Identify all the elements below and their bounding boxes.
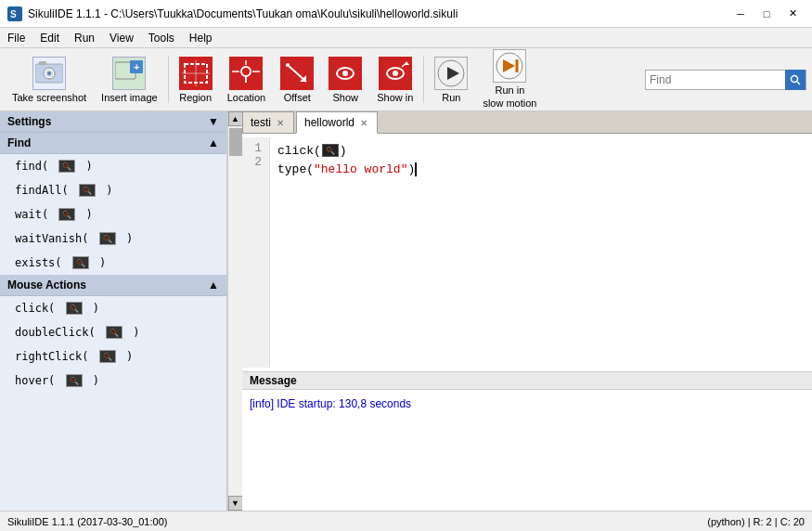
find-icon-5 xyxy=(72,256,89,269)
run-slow-icon xyxy=(493,49,526,83)
line-numbers: 1 2 xyxy=(242,137,270,368)
sidebar-item-wait[interactable]: wait( ) xyxy=(0,202,226,227)
screenshot-label: Take screenshot xyxy=(12,92,86,103)
code-line-2: type("hello world") xyxy=(277,160,805,178)
find-label: Find xyxy=(7,136,31,149)
tab-testi[interactable]: testi ✕ xyxy=(242,111,294,133)
menu-tools[interactable]: Tools xyxy=(141,30,182,46)
svg-point-6 xyxy=(47,71,51,75)
settings-section-header[interactable]: Settings ▼ xyxy=(0,111,226,133)
close-button[interactable]: ✕ xyxy=(780,5,805,23)
show-label: Show xyxy=(332,92,358,103)
message-content: [info] IDE startup: 130,8 seconds xyxy=(242,390,812,511)
status-version: SikuliIDE 1.1.1 (2017-03-30_01:00) xyxy=(7,516,167,527)
menu-bar: File Edit Run View Tools Help xyxy=(0,28,812,48)
svg-rect-3 xyxy=(39,61,46,65)
run-label: Run xyxy=(442,92,460,103)
sidebar-item-doubleclick[interactable]: doubleClick( ) xyxy=(0,320,226,344)
click-image-icon xyxy=(322,144,339,157)
menu-run[interactable]: Run xyxy=(67,30,102,46)
toolbar-sep-1 xyxy=(168,57,169,103)
status-info: (python) | R: 2 | C: 20 xyxy=(707,516,805,527)
sidebar-item-hover[interactable]: hover( ) xyxy=(0,369,226,393)
search-button[interactable] xyxy=(785,70,806,90)
svg-text:+: + xyxy=(134,61,139,72)
menu-file[interactable]: File xyxy=(0,30,32,46)
screenshot-icon xyxy=(32,57,66,90)
find-icon-1 xyxy=(58,160,75,173)
find-icon-4 xyxy=(99,232,116,245)
tab-helloworld-close[interactable]: ✕ xyxy=(358,117,369,128)
right-panel: testi ✕ helloworld ✕ 1 2 click() type("h… xyxy=(242,111,812,511)
svg-marker-33 xyxy=(447,67,459,80)
settings-label: Settings xyxy=(7,115,51,128)
sidebar-item-exists[interactable]: exists( ) xyxy=(0,251,226,275)
find-collapse-icon: ▲ xyxy=(208,136,219,149)
scroll-up[interactable]: ▲ xyxy=(228,111,243,126)
show-in-icon xyxy=(379,57,412,90)
menu-view[interactable]: View xyxy=(102,30,141,46)
offset-icon xyxy=(280,57,314,90)
sidebar-item-waitvanish[interactable]: waitVanish( ) xyxy=(0,227,226,251)
show-button[interactable]: Show xyxy=(322,53,368,107)
sidebar-item-click[interactable]: click( ) xyxy=(0,296,226,320)
mouse-section-header[interactable]: Mouse Actions ▲ xyxy=(0,275,226,296)
insert-image-label: Insert image xyxy=(101,92,158,103)
svg-point-26 xyxy=(342,71,348,76)
sidebar-scrollbar[interactable]: ▲ ▼ xyxy=(227,111,242,511)
code-editor[interactable]: 1 2 click() type("hello world") xyxy=(242,134,812,371)
settings-collapse-icon: ▼ xyxy=(208,115,219,128)
sidebar-item-findall[interactable]: findAll( ) xyxy=(0,178,226,202)
toolbar: Take screenshot + Insert image xyxy=(0,48,812,111)
sidebar-item-rightclick[interactable]: rightClick( ) xyxy=(0,344,226,369)
insert-image-button[interactable]: + Insert image xyxy=(95,53,164,107)
status-bar: SikuliIDE 1.1.1 (2017-03-30_01:00) (pyth… xyxy=(0,511,812,531)
run-slow-button[interactable]: Run inslow motion xyxy=(476,53,543,107)
mouse-icon-4 xyxy=(66,374,83,387)
tab-helloworld[interactable]: helloworld ✕ xyxy=(296,111,378,134)
mouse-icon-1 xyxy=(66,302,83,315)
scroll-thumb[interactable] xyxy=(229,128,242,156)
run-slow-label: Run inslow motion xyxy=(483,84,536,109)
svg-point-23 xyxy=(286,63,290,67)
svg-marker-35 xyxy=(503,59,515,72)
find-section-header[interactable]: Find ▲ xyxy=(0,133,226,154)
title-bar: S SikuliIDE 1.1.1 - C:\Users\Tuukka\Docu… xyxy=(0,0,812,28)
minimize-button[interactable]: ─ xyxy=(728,5,753,23)
search-box xyxy=(645,70,806,90)
search-input[interactable] xyxy=(646,71,785,88)
find-icon-3 xyxy=(58,208,75,221)
svg-line-38 xyxy=(797,82,800,84)
sidebar-item-find[interactable]: find( ) xyxy=(0,154,226,178)
scroll-down[interactable]: ▼ xyxy=(228,496,243,511)
region-button[interactable]: Region xyxy=(173,53,219,107)
maximize-button[interactable]: □ xyxy=(754,5,779,23)
find-icon-2 xyxy=(79,184,96,197)
mouse-icon-2 xyxy=(106,326,122,339)
screenshot-button[interactable]: Take screenshot xyxy=(6,53,93,107)
location-label: Location xyxy=(227,92,266,103)
message-panel: Message [info] IDE startup: 130,8 second… xyxy=(242,371,812,511)
sidebar: Settings ▼ Find ▲ find( ) findAll( ) wai… xyxy=(0,111,227,511)
tab-testi-close[interactable]: ✕ xyxy=(275,117,286,128)
tab-helloworld-label: helloworld xyxy=(304,116,354,129)
insert-icon: + xyxy=(112,57,146,90)
menu-help[interactable]: Help xyxy=(182,30,220,46)
svg-text:S: S xyxy=(10,9,17,19)
run-icon xyxy=(434,57,468,90)
offset-button[interactable]: Offset xyxy=(274,53,320,107)
show-in-button[interactable]: Show in xyxy=(370,53,419,107)
mouse-collapse-icon: ▲ xyxy=(208,278,219,291)
location-icon xyxy=(229,57,263,90)
show-in-label: Show in xyxy=(377,92,413,103)
main-area: Settings ▼ Find ▲ find( ) findAll( ) wai… xyxy=(0,111,812,511)
app-icon: S xyxy=(7,6,22,21)
menu-edit[interactable]: Edit xyxy=(32,30,67,46)
run-button[interactable]: Run xyxy=(428,53,474,107)
code-content[interactable]: click() type("hello world") xyxy=(270,137,812,368)
svg-point-37 xyxy=(792,75,798,82)
tab-testi-label: testi xyxy=(251,116,271,129)
message-header: Message xyxy=(242,372,812,390)
location-button[interactable]: Location xyxy=(221,53,273,107)
code-line-1: click() xyxy=(277,141,805,160)
